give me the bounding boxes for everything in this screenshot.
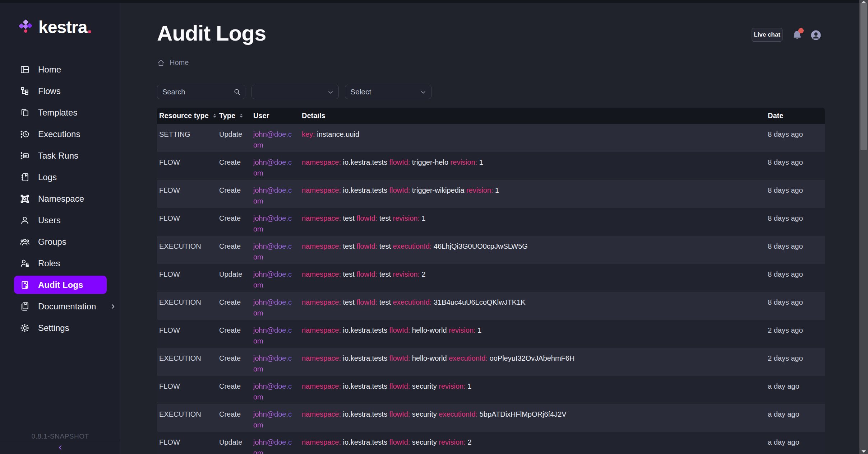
sidebar-item-audit-logs[interactable]: Audit Logs bbox=[0, 274, 120, 296]
table-header: Resource type Type User Details Date bbox=[157, 108, 825, 124]
cell-details: namespace: io.kestra.tests flowId: trigg… bbox=[300, 180, 766, 208]
table-row[interactable]: FLOW Create john@doe.com namespace: io.k… bbox=[157, 152, 825, 180]
cell-details: namespace: io.kestra.tests flowId: hello… bbox=[300, 320, 766, 348]
sidebar-item-executions[interactable]: Executions bbox=[0, 123, 120, 145]
audit-logs-icon bbox=[20, 280, 30, 290]
cell-user: john@doe.com bbox=[251, 152, 300, 180]
sidebar-item-namespace[interactable]: Namespace bbox=[0, 188, 120, 210]
table-body: SETTING Update john@doe.com key: instanc… bbox=[157, 124, 825, 454]
cell-type: Update bbox=[217, 264, 251, 292]
user-email-link[interactable]: john@doe.com bbox=[253, 437, 294, 454]
cell-date: 8 days ago bbox=[766, 236, 825, 264]
cell-user: john@doe.com bbox=[251, 236, 300, 264]
column-header-type[interactable]: Type bbox=[217, 112, 251, 120]
scrollbar-down-arrow[interactable] bbox=[862, 450, 866, 453]
cell-date: 2 days ago bbox=[766, 320, 825, 348]
user-email-link[interactable]: john@doe.com bbox=[253, 409, 294, 430]
cell-type: Create bbox=[217, 404, 251, 432]
sidebar-item-users[interactable]: Users bbox=[0, 210, 120, 231]
user-menu-button[interactable] bbox=[810, 29, 822, 41]
window-top-edge bbox=[0, 0, 868, 3]
bell-icon bbox=[791, 36, 803, 42]
cell-user: john@doe.com bbox=[251, 264, 300, 292]
breadcrumb-home: Home bbox=[170, 58, 189, 67]
cell-details: namespace: io.kestra.tests flowId: secur… bbox=[300, 376, 766, 404]
user-email-link[interactable]: john@doe.com bbox=[253, 353, 294, 374]
cell-resource-type: FLOW bbox=[157, 264, 217, 292]
column-header-resource-type[interactable]: Resource type bbox=[157, 112, 217, 120]
cell-resource-type: FLOW bbox=[157, 152, 217, 180]
table-row[interactable]: FLOW Create john@doe.com namespace: io.k… bbox=[157, 320, 825, 348]
cell-details: namespace: io.kestra.tests flowId: trigg… bbox=[300, 152, 766, 180]
notifications-button[interactable] bbox=[791, 29, 803, 41]
vertical-scrollbar[interactable] bbox=[859, 0, 868, 454]
kestra-logo[interactable]: kestra. bbox=[0, 19, 120, 39]
user-email-link[interactable]: john@doe.com bbox=[253, 325, 294, 346]
table-row[interactable]: FLOW Create john@doe.com namespace: test… bbox=[157, 208, 825, 236]
user-email-link[interactable]: john@doe.com bbox=[253, 241, 294, 262]
cell-details: namespace: io.kestra.tests flowId: hello… bbox=[300, 348, 766, 376]
table-row[interactable]: FLOW Create john@doe.com namespace: io.k… bbox=[157, 376, 825, 404]
user-email-link[interactable]: john@doe.com bbox=[253, 269, 294, 290]
sidebar-item-settings[interactable]: Settings bbox=[0, 317, 120, 339]
search-box bbox=[157, 85, 245, 99]
cell-type: Create bbox=[217, 376, 251, 404]
cell-details: namespace: test flowId: test revision: 2 bbox=[300, 264, 766, 292]
sidebar-item-documentation[interactable]: Documentation bbox=[0, 296, 120, 317]
sidebar-item-flows[interactable]: Flows bbox=[0, 80, 120, 102]
cell-user: john@doe.com bbox=[251, 348, 300, 376]
user-email-link[interactable]: john@doe.com bbox=[253, 129, 294, 150]
user-email-link[interactable]: john@doe.com bbox=[253, 297, 294, 318]
table-row[interactable]: SETTING Update john@doe.com key: instanc… bbox=[157, 124, 825, 152]
chevron-right-icon bbox=[109, 303, 116, 310]
filters-bar: Select bbox=[157, 85, 431, 99]
user-email-link[interactable]: john@doe.com bbox=[253, 157, 294, 178]
breadcrumb[interactable]: Home bbox=[157, 58, 189, 67]
action-select[interactable]: Select bbox=[345, 85, 431, 99]
cell-resource-type: EXECUTION bbox=[157, 292, 217, 320]
namespace-icon bbox=[20, 194, 30, 204]
user-email-link[interactable]: john@doe.com bbox=[253, 213, 294, 234]
cell-type: Create bbox=[217, 208, 251, 236]
sidebar-item-templates[interactable]: Templates bbox=[0, 102, 120, 123]
page-title: Audit Logs bbox=[157, 21, 266, 46]
cell-date: 8 days ago bbox=[766, 264, 825, 292]
cell-date: a day ago bbox=[766, 404, 825, 432]
live-chat-button[interactable]: Live chat bbox=[752, 28, 782, 42]
table-row[interactable]: FLOW Create john@doe.com namespace: io.k… bbox=[157, 180, 825, 208]
cell-user: john@doe.com bbox=[251, 208, 300, 236]
sidebar-collapse-button[interactable] bbox=[0, 443, 120, 454]
sidebar-item-groups[interactable]: Groups bbox=[0, 231, 120, 253]
table-row[interactable]: FLOW Update john@doe.com namespace: io.k… bbox=[157, 432, 825, 454]
sidebar-divider bbox=[0, 442, 120, 442]
cell-type: Create bbox=[217, 236, 251, 264]
sidebar-item-task-runs[interactable]: Task Runs bbox=[0, 145, 120, 167]
sidebar-item-home[interactable]: Home bbox=[0, 59, 120, 80]
chevron-left-icon bbox=[57, 444, 64, 452]
sidebar: kestra. Home Flows Templates Executions bbox=[0, 0, 120, 454]
cell-resource-type: FLOW bbox=[157, 376, 217, 404]
search-input[interactable] bbox=[157, 85, 245, 99]
cell-resource-type: EXECUTION bbox=[157, 404, 217, 432]
cell-resource-type: FLOW bbox=[157, 208, 217, 236]
cell-user: john@doe.com bbox=[251, 320, 300, 348]
resource-type-select[interactable] bbox=[251, 85, 339, 99]
app-version: 0.8.1-SNAPSHOT bbox=[0, 432, 120, 440]
user-email-link[interactable]: john@doe.com bbox=[253, 381, 294, 402]
table-row[interactable]: EXECUTION Create john@doe.com namespace:… bbox=[157, 348, 825, 376]
sidebar-item-logs[interactable]: Logs bbox=[0, 167, 120, 188]
flows-icon bbox=[20, 86, 30, 96]
sidebar-item-roles[interactable]: Roles bbox=[0, 253, 120, 274]
cell-details: key: instance.uuid bbox=[300, 124, 766, 152]
cell-user: john@doe.com bbox=[251, 376, 300, 404]
documentation-icon bbox=[20, 301, 30, 312]
cell-details: namespace: test flowId: test executionId… bbox=[300, 292, 766, 320]
table-row[interactable]: EXECUTION Create john@doe.com namespace:… bbox=[157, 236, 825, 264]
table-row[interactable]: EXECUTION Create john@doe.com namespace:… bbox=[157, 404, 825, 432]
scrollbar-thumb[interactable] bbox=[860, 3, 867, 150]
cell-details: namespace: test flowId: test executionId… bbox=[300, 236, 766, 264]
table-row[interactable]: EXECUTION Create john@doe.com namespace:… bbox=[157, 292, 825, 320]
table-row[interactable]: FLOW Update john@doe.com namespace: test… bbox=[157, 264, 825, 292]
cell-user: john@doe.com bbox=[251, 432, 300, 454]
user-email-link[interactable]: john@doe.com bbox=[253, 185, 294, 206]
